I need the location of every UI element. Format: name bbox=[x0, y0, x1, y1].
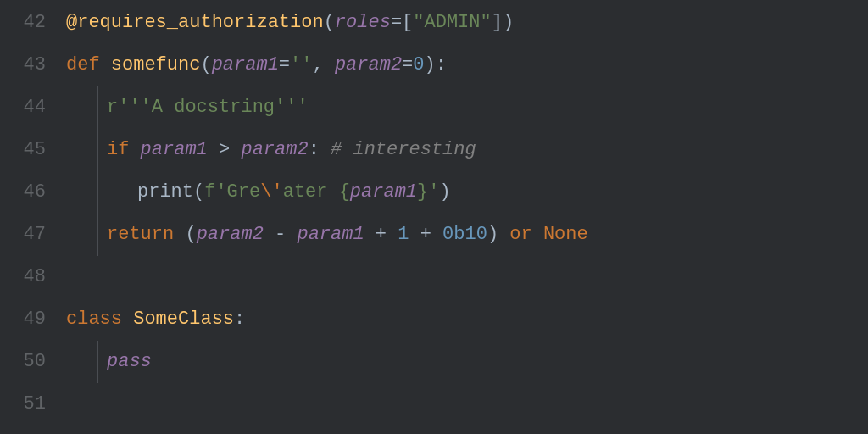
decorator-42: @requires_authorization bbox=[66, 2, 324, 44]
line-number-46: 46 bbox=[0, 171, 46, 214]
line-number-48: 48 bbox=[0, 256, 46, 298]
code-line-52: >>> message = '''interpreter bbox=[66, 426, 868, 434]
code-line-50: pass bbox=[66, 341, 868, 383]
line-number-51: 51 bbox=[0, 383, 46, 426]
line-numbers: 42 43 44 45 46 47 48 49 50 51 52 53 bbox=[0, 2, 61, 434]
code-content: @requires_authorization(roles=["ADMIN"])… bbox=[61, 2, 868, 434]
line-number-52: 52 bbox=[0, 426, 46, 434]
line-number-49: 49 bbox=[0, 298, 46, 341]
code-editor: 42 43 44 45 46 47 48 49 50 51 52 53 @req… bbox=[0, 0, 868, 434]
code-line-46: print(f'Gre\'ater {param1}') bbox=[66, 171, 868, 214]
code-line-48 bbox=[66, 256, 868, 298]
code-line-42: @requires_authorization(roles=["ADMIN"]) bbox=[66, 2, 868, 44]
line-number-42: 42 bbox=[0, 2, 46, 44]
code-line-47: return (param2 - param1 + 1 + 0b10) or N… bbox=[66, 214, 868, 256]
line-number-47: 47 bbox=[0, 214, 46, 256]
code-line-44: r'''A docstring''' bbox=[66, 86, 868, 129]
code-line-49: class SomeClass: bbox=[66, 298, 868, 341]
indent-bar-44 bbox=[97, 86, 98, 129]
line-number-45: 45 bbox=[0, 129, 46, 171]
indent-bar-45 bbox=[97, 129, 98, 171]
code-line-51 bbox=[66, 383, 868, 426]
line-number-50: 50 bbox=[0, 341, 46, 383]
code-line-43: def somefunc(param1='', param2=0): bbox=[66, 44, 868, 86]
indent-bar-46 bbox=[97, 171, 98, 214]
line-number-44: 44 bbox=[0, 86, 46, 129]
line-number-43: 43 bbox=[0, 44, 46, 86]
code-line-45: if param1 > param2: # interesting bbox=[66, 129, 868, 171]
